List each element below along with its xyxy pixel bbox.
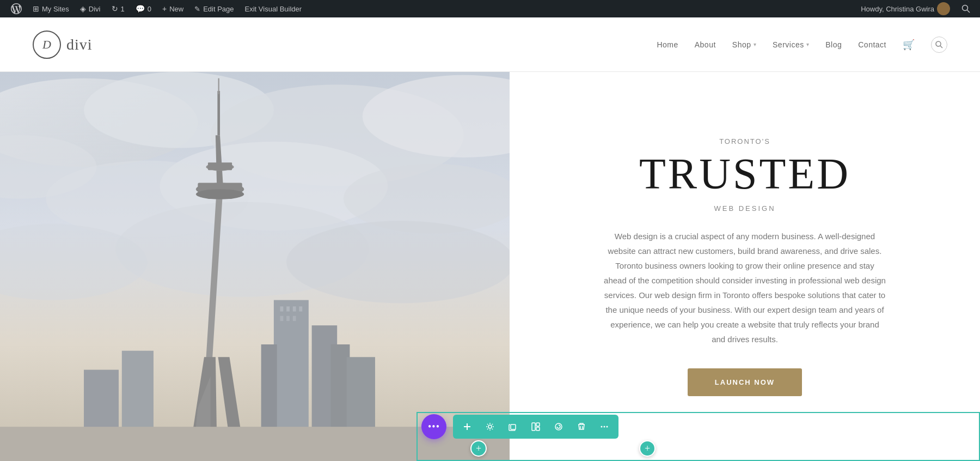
comments-button[interactable]: 💬 0 — [130, 0, 157, 17]
add-column-buttons: + + — [470, 440, 656, 457]
site-logo[interactable]: D divi — [33, 31, 93, 59]
divi-icon: ◈ — [80, 4, 86, 13]
nav-about[interactable]: About — [695, 40, 716, 49]
my-sites-icon: ⊞ — [33, 4, 39, 13]
my-sites-button[interactable]: ⊞ My Sites — [27, 0, 75, 17]
exit-vb-label: Exit Visual Builder — [245, 5, 302, 13]
greeting-text: Howdy, Christina Gwira — [861, 5, 934, 13]
svg-rect-24 — [208, 162, 232, 170]
svg-rect-34 — [286, 316, 290, 321]
svg-rect-49 — [536, 427, 540, 430]
user-greeting[interactable]: Howdy, Christina Gwira — [856, 2, 954, 15]
settings-button[interactable] — [482, 419, 498, 434]
logo-circle: D — [33, 31, 61, 59]
svg-point-50 — [555, 423, 562, 430]
updates-icon: ↻ — [112, 4, 118, 13]
svg-point-52 — [604, 426, 605, 428]
hero-heading: TRUSTED — [639, 152, 850, 196]
svg-rect-47 — [532, 423, 535, 430]
divi-button[interactable]: ◈ Divi — [75, 0, 106, 17]
hero-image — [0, 72, 510, 461]
new-content-button[interactable]: + New — [157, 0, 189, 17]
svg-point-51 — [601, 426, 603, 428]
admin-bar: ⊞ My Sites ◈ Divi ↻ 1 💬 0 + New ✎ Edit P… — [0, 0, 980, 17]
nav-home[interactable]: Home — [657, 40, 678, 49]
admin-bar-right: Howdy, Christina Gwira — [856, 2, 975, 15]
svg-line-3 — [940, 46, 942, 48]
svg-rect-31 — [293, 306, 296, 311]
comments-count: 0 — [148, 5, 151, 13]
updates-button[interactable]: ↻ 1 — [106, 0, 130, 17]
svg-point-45 — [488, 425, 492, 428]
nav-services[interactable]: Services ▾ — [773, 40, 809, 49]
dots-icon: ••• — [428, 421, 440, 433]
layout-button[interactable] — [528, 419, 543, 434]
svg-rect-46 — [511, 424, 516, 429]
add-column-left-button[interactable]: + — [470, 440, 487, 457]
duplicate-button[interactable] — [505, 419, 520, 434]
svg-line-1 — [967, 10, 970, 13]
cart-icon[interactable]: 🛒 — [903, 39, 915, 51]
logo-letter: D — [42, 38, 51, 52]
svg-rect-32 — [299, 306, 302, 311]
svg-rect-48 — [536, 423, 540, 426]
hero-content: TORONTO'S TRUSTED WEB DESIGN Web design … — [510, 72, 980, 461]
edit-icon: ✎ — [194, 5, 200, 13]
search-button[interactable] — [931, 37, 947, 53]
new-label: New — [169, 5, 183, 13]
svg-point-2 — [936, 41, 941, 46]
disable-button[interactable] — [551, 419, 566, 434]
search-icon — [961, 4, 970, 13]
launch-now-button[interactable]: LAUNCH NOW — [688, 368, 802, 396]
updates-count: 1 — [121, 5, 125, 13]
edit-page-label: Edit Page — [203, 5, 234, 13]
hero-subheading: WEB DESIGN — [714, 204, 775, 213]
comments-icon: 💬 — [136, 4, 145, 13]
svg-rect-30 — [286, 306, 290, 311]
svg-point-14 — [286, 221, 510, 303]
main-nav: Home About Shop ▾ Services ▾ Blog Contac… — [657, 37, 947, 53]
builder-toolbar — [453, 415, 618, 439]
shop-chevron-icon: ▾ — [754, 41, 757, 47]
svg-point-53 — [607, 426, 608, 428]
svg-rect-35 — [293, 316, 296, 321]
svg-rect-19 — [218, 78, 219, 94]
wp-logo-button[interactable] — [5, 0, 27, 17]
hero-body-text: Web design is a crucial aspect of any mo… — [603, 229, 886, 347]
edit-page-button[interactable]: ✎ Edit Page — [189, 0, 239, 17]
services-chevron-icon: ▾ — [806, 41, 810, 47]
svg-rect-33 — [280, 316, 284, 321]
nav-contact[interactable]: Contact — [858, 40, 886, 49]
more-options-button[interactable] — [597, 419, 612, 434]
nav-shop[interactable]: Shop ▾ — [732, 40, 756, 49]
admin-search-button[interactable] — [957, 4, 975, 13]
add-section-button[interactable] — [460, 419, 475, 434]
delete-button[interactable] — [574, 419, 589, 434]
my-sites-label: My Sites — [42, 5, 69, 13]
svg-rect-29 — [280, 306, 284, 311]
main-content: TORONTO'S TRUSTED WEB DESIGN Web design … — [0, 72, 980, 461]
svg-point-0 — [963, 5, 968, 11]
avatar — [937, 2, 950, 15]
divi-label: Divi — [89, 5, 101, 13]
divi-options-button[interactable]: ••• — [421, 414, 446, 439]
site-header: D divi Home About Shop ▾ Services ▾ Blog… — [0, 17, 980, 72]
builder-overlay: ••• — [421, 414, 618, 439]
hero-eyebrow: TORONTO'S — [719, 137, 770, 145]
add-column-right-button[interactable]: + — [639, 440, 656, 457]
svg-point-22 — [196, 189, 244, 199]
nav-blog[interactable]: Blog — [825, 40, 842, 49]
svg-rect-18 — [217, 91, 220, 135]
logo-text: divi — [66, 36, 93, 53]
wp-icon — [11, 3, 22, 14]
plus-icon: + — [162, 4, 167, 13]
exit-visual-builder-button[interactable]: Exit Visual Builder — [240, 0, 308, 17]
